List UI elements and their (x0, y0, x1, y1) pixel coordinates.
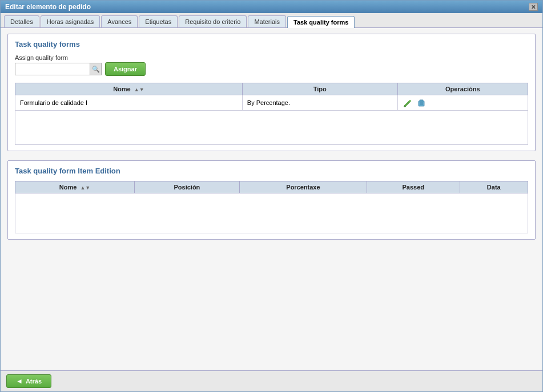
main-content: Task quality forms Assign quality form 🔍… (1, 28, 542, 370)
task-quality-forms-section: Task quality forms Assign quality form 🔍… (7, 34, 536, 151)
sort-nome-icon[interactable]: ▲▼ (134, 87, 144, 92)
quality-forms-table: Nome ▲▼ Tipo Operacións Formulario de ca… (15, 83, 528, 145)
search-icon-button[interactable]: 🔍 (90, 63, 101, 75)
empty-row (15, 111, 528, 145)
col2-porcentaxe: Porcentaxe (239, 181, 367, 193)
row-tipo: By Percentage. (242, 95, 397, 111)
col2-nome: Nome ▲▼ (15, 181, 135, 193)
col-operacins-label: Operacións (445, 86, 480, 92)
item-edition-table: Nome ▲▼ Posición Porcentaxe Passed (15, 181, 528, 233)
atras-label: Atrás (26, 378, 42, 385)
tabs-bar: Detalles Horas asignadas Avances Etiquet… (1, 13, 542, 28)
assign-quality-form-group: Assign quality form 🔍 Asignar (15, 54, 528, 83)
window-title: Editar elemento de pedido (5, 3, 91, 11)
title-bar: Editar elemento de pedido ✕ (1, 1, 542, 13)
assign-row: 🔍 Asignar (15, 62, 528, 76)
tab-materiais[interactable]: Materiais (248, 15, 286, 27)
back-arrow-icon: ◄ (16, 377, 23, 385)
close-button[interactable]: ✕ (529, 3, 538, 11)
col2-passed-label: Passed (403, 184, 425, 191)
row-nome: Formulario de calidade I (15, 95, 243, 111)
search-icon: 🔍 (92, 66, 100, 73)
svg-rect-3 (420, 100, 423, 101)
section1-title: Task quality forms (15, 40, 528, 49)
delete-icon[interactable] (416, 98, 427, 108)
assign-quality-form-input[interactable] (15, 63, 90, 75)
col2-data-label: Data (487, 184, 501, 191)
section2-title: Task quality form Item Edition (15, 167, 528, 175)
tab-etiquetas[interactable]: Etiquetas (139, 15, 178, 27)
col2-porcentaxe-label: Porcentaxe (286, 184, 320, 191)
empty-row2 (15, 193, 528, 233)
edit-icon[interactable] (403, 98, 413, 108)
tab-taskquality[interactable]: Task quality forms (287, 16, 355, 28)
row-ops (397, 95, 528, 111)
col2-posicion-label: Posición (174, 184, 200, 191)
col-tipo-label: Tipo (313, 86, 327, 92)
tab-requisito[interactable]: Requisito do criterio (179, 15, 247, 27)
col-operacins: Operacións (397, 83, 528, 95)
tab-avances[interactable]: Avances (101, 15, 138, 27)
col-nome: Nome ▲▼ (15, 83, 243, 95)
bottom-bar: ◄ Atrás (1, 370, 542, 391)
col-tipo: Tipo (242, 83, 397, 95)
col-nome-label: Nome (113, 86, 131, 92)
atras-button[interactable]: ◄ Atrás (6, 374, 51, 388)
assign-label: Assign quality form (15, 54, 528, 61)
task-quality-form-item-edition-section: Task quality form Item Edition Nome ▲▼ P… (7, 160, 536, 240)
asignar-button[interactable]: Asignar (105, 62, 146, 76)
col2-data: Data (460, 181, 528, 193)
tab-detalles[interactable]: Detalles (4, 15, 39, 27)
ops-cell (403, 98, 523, 108)
col2-passed: Passed (367, 181, 460, 193)
col2-nome-label: Nome (59, 184, 77, 191)
main-window: Editar elemento de pedido ✕ Detalles Hor… (0, 0, 543, 392)
table-row: Formulario de calidade I By Percentage. (15, 95, 528, 111)
sort-nome2-icon[interactable]: ▲▼ (80, 185, 90, 191)
assign-input-wrap: 🔍 (15, 63, 102, 75)
tab-horas[interactable]: Horas asignadas (41, 15, 100, 27)
col2-posicion: Posición (135, 181, 240, 193)
